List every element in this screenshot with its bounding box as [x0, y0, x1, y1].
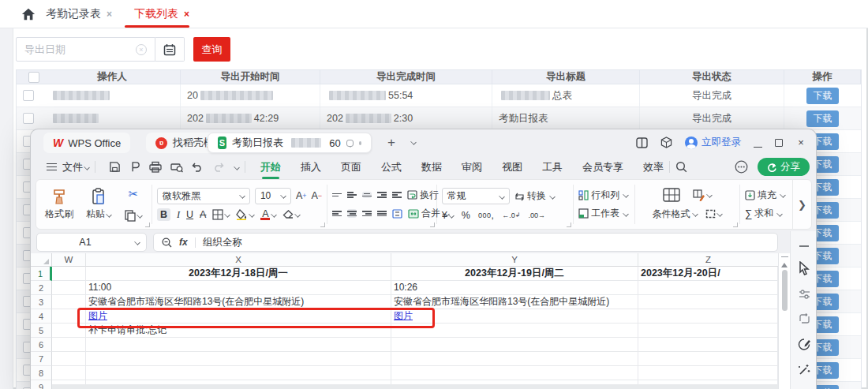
formula-input[interactable]: fx 组织全称 — [153, 233, 778, 252]
fill-color-button[interactable] — [236, 209, 254, 220]
cell-Y5[interactable] — [391, 324, 638, 338]
split-view-icon[interactable] — [636, 137, 648, 148]
ribbon-tab-视图[interactable]: 视图 — [502, 160, 522, 174]
format-painter-button[interactable]: 格式刷 — [41, 183, 77, 226]
convert-button[interactable]: 转换 — [514, 189, 555, 203]
cell-Y7[interactable] — [391, 352, 638, 366]
wps-home-tab[interactable]: W WPS Office — [43, 133, 130, 153]
row-header-2[interactable]: 2 — [31, 281, 52, 295]
save-icon[interactable] — [109, 161, 121, 173]
eraser-button[interactable] — [282, 210, 300, 219]
clear-icon[interactable]: × — [136, 44, 147, 55]
currency-button[interactable]: ¥ — [442, 210, 454, 221]
cell-Z2[interactable] — [638, 281, 778, 295]
cell-border-style-button[interactable] — [705, 209, 722, 219]
ribbon-tab-页面[interactable]: 页面 — [341, 160, 361, 174]
worksheet-button[interactable]: 工作表 — [578, 207, 630, 220]
copy-button[interactable] — [125, 210, 142, 222]
row-header-8[interactable]: 8 — [31, 366, 52, 380]
undo-icon[interactable] — [192, 162, 204, 172]
cell-X5[interactable]: 补卡申请审批:忘记 — [86, 324, 391, 338]
export-pdf-icon[interactable] — [129, 161, 140, 173]
cell-X3[interactable]: 安徽省合肥市瑶海区华阳路13号(在合肥中星城附近) — [86, 295, 391, 309]
vertical-scrollbar[interactable] — [778, 253, 790, 389]
increase-indent-icon[interactable] — [392, 192, 402, 197]
ribbon-tab-数据[interactable]: 数据 — [421, 160, 442, 174]
tab-list-chevron-icon[interactable] — [410, 139, 417, 145]
cell-W7[interactable] — [52, 352, 86, 366]
italic-button[interactable]: I — [177, 209, 180, 221]
query-button[interactable]: 查询 — [193, 37, 230, 62]
cell-Z4[interactable] — [638, 309, 778, 324]
name-box[interactable]: A1 — [36, 233, 147, 252]
cell-Y8[interactable] — [391, 366, 638, 380]
cell-Y3[interactable]: 安徽省合肥市瑶海区华阳路13号(在合肥中星城附近) — [391, 295, 638, 309]
image-link[interactable]: 图片 — [394, 310, 413, 321]
row-header-3[interactable]: 3 — [31, 295, 52, 309]
minimize-button[interactable] — [754, 138, 762, 148]
rows-cols-button[interactable]: 行和列 — [578, 189, 630, 202]
ribbon-tab-效率[interactable]: 效率 — [643, 160, 664, 174]
fill-button[interactable]: 填充 — [745, 189, 788, 202]
cell-Z6[interactable] — [638, 338, 778, 352]
home-icon[interactable] — [21, 7, 36, 21]
page-tab-attendance[interactable]: 考勤记录表 × — [46, 0, 112, 28]
percent-button[interactable]: % — [462, 210, 470, 221]
maximize-button[interactable] — [775, 139, 783, 147]
row-header-5[interactable]: 5 — [31, 324, 52, 338]
new-tab-button[interactable]: + — [387, 135, 395, 151]
justify-icon[interactable] — [377, 211, 387, 216]
cell-Y6[interactable] — [391, 338, 638, 352]
print-icon[interactable] — [149, 161, 162, 173]
cell-Z1[interactable]: 2023年12月-20日/ — [638, 267, 778, 281]
cell-X1[interactable]: 2023年12月-18日/周一 — [86, 267, 391, 281]
font-color-button[interactable]: A — [260, 210, 276, 220]
cell-Z3[interactable] — [638, 295, 778, 309]
document-tab[interactable]: S 考勤日报表 60 — [208, 133, 372, 153]
select-all-checkbox[interactable] — [17, 70, 44, 84]
ribbon-tab-公式[interactable]: 公式 — [381, 160, 402, 174]
column-header-x[interactable]: X — [86, 253, 391, 267]
conditional-format-button[interactable]: 条件格式 — [652, 208, 698, 221]
number-format-select[interactable]: 常规 — [442, 188, 510, 204]
scrollbar-thumb[interactable] — [782, 270, 788, 311]
comma-style-button[interactable]: 000, — [478, 210, 494, 221]
ribbon-expand-chevron[interactable]: ❯ — [792, 180, 811, 229]
decrease-indent-icon[interactable] — [377, 192, 387, 197]
close-icon[interactable]: × — [184, 9, 189, 20]
cell-Y4[interactable]: 图片 — [391, 309, 638, 324]
share-button[interactable]: 分享 — [758, 158, 810, 176]
select-all-corner[interactable] — [31, 253, 52, 267]
borders-button[interactable] — [212, 209, 230, 220]
assistant-icon[interactable] — [735, 160, 748, 174]
row-header-4[interactable]: 4 — [31, 309, 52, 324]
scroll-up-icon[interactable] — [781, 260, 788, 267]
wrap-text-button[interactable]: 换行 — [407, 189, 439, 202]
cell-W2[interactable] — [52, 281, 86, 295]
cell-W3[interactable] — [52, 295, 86, 309]
distributed-icon[interactable] — [392, 209, 402, 219]
cut-button[interactable]: ✂ — [129, 187, 139, 201]
cell-Y1[interactable]: 2023年12月-19日/周二 — [391, 267, 638, 281]
cell-Z5[interactable] — [638, 324, 778, 338]
checkbox[interactable] — [23, 90, 34, 101]
align-right-icon[interactable] — [362, 211, 372, 216]
strikethrough-button[interactable]: A — [200, 209, 206, 220]
cell-X4[interactable]: 图片 — [86, 309, 391, 324]
column-header-y[interactable]: Y — [391, 253, 638, 267]
underline-button[interactable]: U — [186, 209, 193, 220]
sum-button[interactable]: ∑ 求和 — [745, 207, 788, 220]
ribbon-tab-审阅[interactable]: 审阅 — [462, 160, 482, 174]
row-header-6[interactable]: 6 — [31, 338, 52, 352]
calendar-button[interactable] — [155, 37, 185, 62]
file-menu[interactable]: 文件 — [62, 160, 83, 174]
cell-X2[interactable]: 11:00 — [86, 281, 391, 295]
app-center-icon[interactable] — [660, 137, 672, 148]
cell-X7[interactable] — [86, 352, 391, 366]
cell-X8[interactable] — [86, 366, 391, 380]
cell-W4[interactable] — [52, 309, 86, 324]
increase-font-icon[interactable]: A+ — [296, 190, 307, 201]
magic-wand-icon[interactable] — [798, 364, 810, 376]
download-button[interactable]: 下载 — [806, 88, 839, 104]
image-link[interactable]: 图片 — [88, 310, 107, 321]
